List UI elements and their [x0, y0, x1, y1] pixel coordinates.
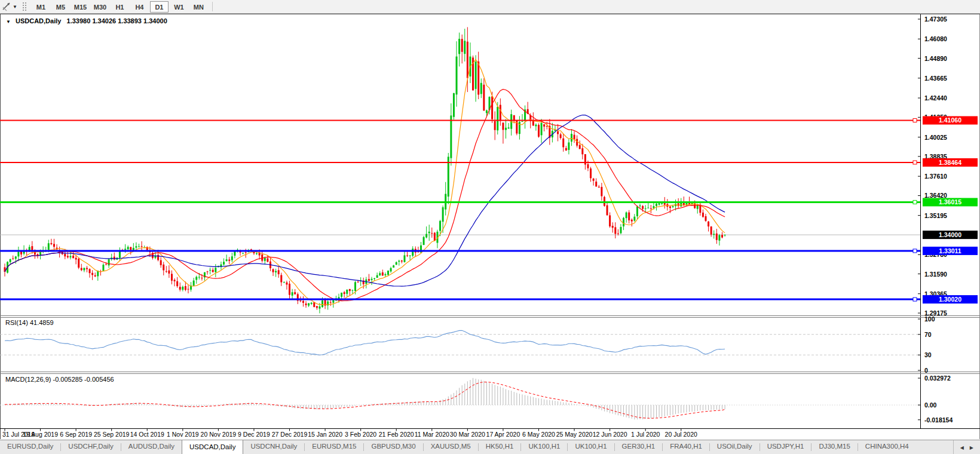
- svg-text:6 Sep 2019: 6 Sep 2019: [60, 431, 92, 438]
- timeframe-button-w1[interactable]: W1: [170, 1, 188, 13]
- chart-tab-usdjpy-h1-14[interactable]: USDJPY,H1: [760, 440, 811, 454]
- svg-text:11 Mar 2020: 11 Mar 2020: [415, 431, 449, 438]
- chart-tab-bar: EURUSD,DailyUSDCHF,DailyAUDUSD,DailyUSDC…: [0, 440, 980, 454]
- mt4-window: 1.473051.460801.448901.436651.424401.412…: [0, 0, 980, 454]
- svg-text:-0.018154: -0.018154: [924, 416, 953, 424]
- timeframe-button-d1[interactable]: D1: [150, 1, 169, 13]
- chart-tab-audusd-daily-2[interactable]: AUDUSD,Daily: [121, 440, 182, 454]
- timeframe-buttons: M1M5M15M30H1H4D1W1MN: [31, 1, 209, 13]
- svg-text:1.35195: 1.35195: [924, 212, 947, 219]
- svg-text:25 May 2020: 25 May 2020: [556, 431, 593, 438]
- chart-menu-arrow[interactable]: ▼: [6, 19, 11, 24]
- candles-group: [4, 27, 726, 313]
- svg-text:1.38464: 1.38464: [939, 159, 961, 166]
- timeframe-button-m15[interactable]: M15: [71, 1, 90, 13]
- macd-signal-line: [5, 382, 725, 419]
- rsi-indicator-label: RSI(14) 41.4859: [5, 319, 54, 326]
- chart-tab-ger30-h1-11[interactable]: GER30,H1: [615, 440, 663, 454]
- svg-text:1 Nov 2019: 1 Nov 2019: [167, 431, 199, 438]
- svg-text:100: 100: [924, 315, 935, 323]
- svg-text:1.34000: 1.34000: [939, 231, 961, 238]
- tab-scroll-left-arrow[interactable]: ◀: [960, 445, 964, 450]
- chart-tab-dj30-m15-15[interactable]: DJ30,M15: [811, 440, 857, 454]
- chart-tab-hk50-h1-8[interactable]: HK50,H1: [479, 440, 521, 454]
- svg-text:0.032972: 0.032972: [924, 375, 951, 382]
- horizontal-levels: [0, 118, 920, 301]
- svg-text:30: 30: [924, 351, 932, 358]
- chart-tab-eurusd-daily-0[interactable]: EURUSD,Daily: [0, 440, 60, 454]
- svg-text:6 May 2020: 6 May 2020: [522, 431, 555, 438]
- svg-text:25 Sep 2019: 25 Sep 2019: [94, 431, 130, 438]
- chart-tab-china300-h4-16[interactable]: CHINA300,H4: [858, 440, 916, 454]
- chart-tab-eurusd-m15-5[interactable]: EURUSD,M15: [305, 440, 363, 454]
- trendline-glyph: [2, 2, 11, 11]
- chart-tabs: EURUSD,DailyUSDCHF,DailyAUDUSD,DailyUSDC…: [0, 440, 916, 454]
- svg-text:1.42440: 1.42440: [924, 94, 947, 102]
- ma-fast-line: [5, 59, 725, 305]
- svg-text:19 Aug 2019: 19 Aug 2019: [23, 431, 58, 438]
- svg-text:1.40025: 1.40025: [924, 134, 947, 141]
- svg-text:1.44890: 1.44890: [924, 55, 947, 62]
- timeframe-button-h4[interactable]: H4: [130, 1, 149, 13]
- svg-text:70: 70: [924, 331, 932, 338]
- tab-scroll-nav: ◀ ▶: [953, 440, 980, 454]
- svg-text:1.37610: 1.37610: [924, 173, 947, 180]
- line-studies-icon[interactable]: [1, 1, 12, 12]
- time-axis[interactable]: 31 Jul 201919 Aug 20196 Sep 201925 Sep 2…: [2, 429, 697, 438]
- svg-text:3 Feb 2020: 3 Feb 2020: [345, 431, 376, 438]
- moving-averages: [5, 59, 725, 305]
- chart-tab-usdchf-daily-1[interactable]: USDCHF,Daily: [61, 440, 120, 454]
- chart-tab-gbpusd-m30-6[interactable]: GBPUSD,M30: [364, 440, 422, 454]
- chart-tab-uk100-h1-10[interactable]: UK100,H1: [568, 440, 614, 454]
- svg-text:20 Nov 2019: 20 Nov 2019: [201, 431, 237, 438]
- ma-mid-line: [5, 89, 725, 300]
- window-frame: [0, 14, 980, 440]
- svg-text:1.31590: 1.31590: [924, 271, 947, 278]
- chart-title-symbol: USDCAD,Daily: [16, 17, 61, 24]
- chart-tab-uk100-h1-9[interactable]: UK100,H1: [521, 440, 567, 454]
- macd-panel: 0.0329720.00-0.018154: [0, 375, 953, 424]
- svg-text:0.00: 0.00: [924, 401, 937, 409]
- svg-text:1.46080: 1.46080: [924, 35, 947, 42]
- svg-text:1.33011: 1.33011: [939, 247, 961, 254]
- chart-tab-usdcad-daily-3[interactable]: USDCAD,Daily: [182, 440, 243, 454]
- svg-text:1.30020: 1.30020: [939, 296, 961, 303]
- price-axis[interactable]: 1.473051.460801.448901.436651.424401.412…: [918, 16, 978, 317]
- rsi-panel: 10070300: [0, 315, 935, 374]
- chart-tab-xauusd-m5-7[interactable]: XAUUSD,M5: [424, 440, 478, 454]
- svg-text:14 Oct 2019: 14 Oct 2019: [130, 431, 164, 438]
- svg-text:21 Feb 2020: 21 Feb 2020: [379, 431, 414, 438]
- toolbar-grip-handle[interactable]: [22, 2, 26, 11]
- timeframe-button-m30[interactable]: M30: [91, 1, 109, 13]
- timeframe-button-h1[interactable]: H1: [111, 1, 129, 13]
- timeframe-button-m5[interactable]: M5: [51, 1, 70, 13]
- chart-tab-usoil-daily-13[interactable]: USOil,Daily: [710, 440, 760, 454]
- tab-scroll-right-arrow[interactable]: ▶: [970, 445, 973, 450]
- svg-text:15 Jan 2020: 15 Jan 2020: [308, 431, 342, 438]
- svg-text:12 Jun 2020: 12 Jun 2020: [593, 431, 627, 438]
- chart-tab-fra40-h1-12[interactable]: FRA40,H1: [663, 440, 709, 454]
- svg-text:17 Apr 2020: 17 Apr 2020: [486, 431, 520, 438]
- timeframe-button-m1[interactable]: M1: [32, 1, 50, 13]
- svg-text:9 Dec 2019: 9 Dec 2019: [238, 431, 270, 438]
- toolbar-separator: [212, 2, 213, 11]
- svg-text:0: 0: [924, 367, 928, 374]
- chart-title[interactable]: ▼ USDCAD,Daily 1.33980 1.34026 1.33893 1…: [6, 17, 167, 24]
- svg-text:1.43665: 1.43665: [924, 75, 947, 82]
- svg-text:1 Jul 2020: 1 Jul 2020: [631, 431, 660, 438]
- chart-quote-ohlc: 1.33980 1.34026 1.33893 1.34000: [67, 17, 167, 24]
- svg-text:1.47305: 1.47305: [924, 16, 947, 23]
- timeframe-button-mn[interactable]: MN: [189, 1, 208, 13]
- svg-text:1.41060: 1.41060: [939, 116, 961, 124]
- svg-text:27 Dec 2019: 27 Dec 2019: [272, 431, 308, 438]
- tool-dropdown-arrow[interactable]: ▼: [13, 4, 17, 10]
- macd-indicator-label: MACD(12,26,9) -0.005285 -0.005456: [5, 376, 114, 383]
- svg-text:30 Mar 2020: 30 Mar 2020: [450, 431, 485, 438]
- timeframe-toolbar: ▼ M1M5M15M30H1H4D1W1MN: [0, 0, 980, 14]
- svg-text:20 Jul 2020: 20 Jul 2020: [665, 431, 697, 438]
- chart-tab-usdcnh-daily-4[interactable]: USDCNH,Daily: [243, 440, 304, 454]
- svg-text:1.36015: 1.36015: [939, 198, 961, 205]
- chart-canvas[interactable]: 1.473051.460801.448901.436651.424401.412…: [0, 0, 980, 454]
- ma-slow-line: [5, 115, 725, 287]
